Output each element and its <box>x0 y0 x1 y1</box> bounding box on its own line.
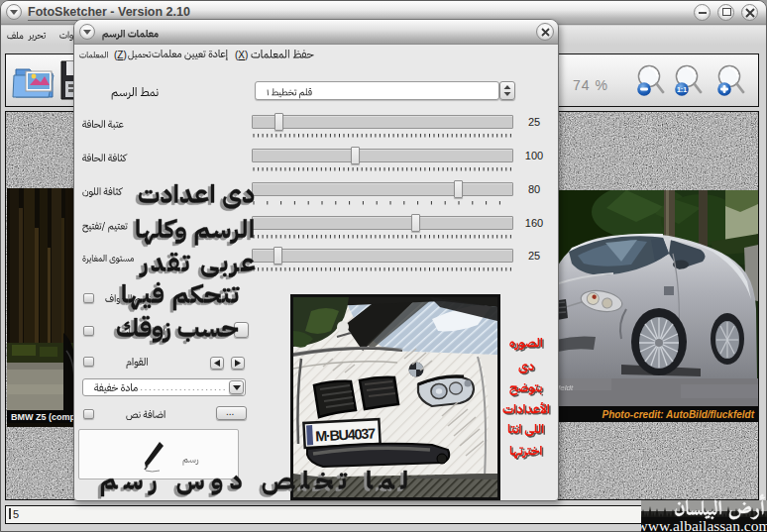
svg-text:M·BU4037: M·BU4037 <box>315 425 377 444</box>
svg-text:1:1: 1:1 <box>677 86 687 93</box>
svg-text:Photo-credit: AutoBild/fluckfe: Photo-credit: AutoBild/fluckfeldt <box>602 409 754 420</box>
svg-text:BMW Z5 (comp: BMW Z5 (comp <box>11 412 75 422</box>
